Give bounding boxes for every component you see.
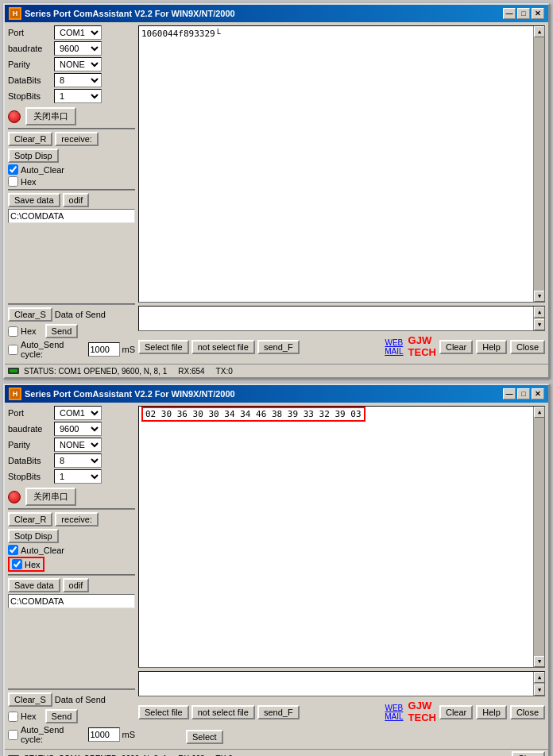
mail-link-1[interactable]: MAIL xyxy=(385,347,403,356)
minimize-btn-2[interactable]: — xyxy=(503,388,516,399)
auto-clear-checkbox-2[interactable] xyxy=(8,545,18,555)
save-data-btn-2[interactable]: Save data xyxy=(8,578,60,592)
receive-scrollbar-2[interactable]: ▲ ▼ xyxy=(533,407,544,667)
web-link-1[interactable]: WEB xyxy=(385,338,404,347)
stopbits-select-1[interactable]: 1 xyxy=(54,89,102,103)
databits-select-1[interactable]: 8 xyxy=(54,73,102,87)
clear-s-btn-1[interactable]: Clear_S xyxy=(8,307,52,322)
clear-r-btn-1[interactable]: Clear_R xyxy=(8,132,52,146)
send-hex-checkbox-2[interactable] xyxy=(8,712,18,722)
help-btn-1[interactable]: Help xyxy=(476,340,507,354)
cycle-input-2[interactable] xyxy=(88,727,120,742)
scroll-down-2[interactable]: ▼ xyxy=(534,656,545,667)
send-f-btn-1[interactable]: send_F xyxy=(257,340,300,354)
send-scrollbar-2[interactable]: ▲ ▼ xyxy=(533,672,544,696)
not-select-file-btn-2[interactable]: not select file xyxy=(191,705,255,719)
send-area-1[interactable]: ▲ ▼ xyxy=(138,306,545,331)
parity-select-1[interactable]: NONE xyxy=(54,57,102,71)
clear-status-2: Clear xyxy=(512,751,545,756)
port-select-2[interactable]: COM1 xyxy=(54,406,102,420)
close-btn-1[interactable]: Close xyxy=(510,340,545,354)
send-hex-checkbox-1[interactable] xyxy=(8,326,18,337)
send-f-btn-2[interactable]: send_F xyxy=(257,705,300,719)
minimize-btn-1[interactable]: — xyxy=(503,8,516,19)
help-btn-2[interactable]: Help xyxy=(476,705,507,719)
right-panel-1: 1060044f893329└ ▲ ▼ ▲ ▼ Select file not … xyxy=(138,25,545,361)
maximize-btn-2[interactable]: □ xyxy=(517,388,530,399)
stop-disp-btn-2[interactable]: Sotp Disp xyxy=(8,529,59,543)
mail-link-2[interactable]: MAIL xyxy=(385,712,403,721)
svg-text:H: H xyxy=(13,10,18,17)
not-select-file-btn-1[interactable]: not select file xyxy=(191,340,255,354)
auto-send-checkbox-2[interactable] xyxy=(8,730,18,740)
databits-row-2: DataBits 8 xyxy=(8,453,135,468)
title-bar-2: H Series Port ComAssistant V2.2 For WIN9… xyxy=(5,385,548,403)
port-status-indicator-1 xyxy=(8,110,21,123)
status-icon-1 xyxy=(8,366,21,376)
auto-send-checkbox-1[interactable] xyxy=(8,345,18,355)
hex-checkbox-1[interactable] xyxy=(8,176,18,187)
stopbits-select-2[interactable]: 1 xyxy=(54,469,102,484)
save-data-btn-1[interactable]: Save data xyxy=(8,193,60,207)
close-port-btn-2[interactable]: 关闭串口 xyxy=(25,488,76,506)
receive-btn-1[interactable]: receive: xyxy=(55,132,99,146)
window1: H Series Port ComAssistant V2.2 For WIN9… xyxy=(3,3,550,379)
close-btn-title-1[interactable]: ✕ xyxy=(532,8,544,19)
odif-btn-1[interactable]: odif xyxy=(63,193,90,207)
select-btn-2[interactable]: Select xyxy=(186,730,223,744)
title-bar-left: H Series Port ComAssistant V2.2 For WIN9… xyxy=(9,7,235,20)
window1-title: Series Port ComAssistant V2.2 For WIN9X/… xyxy=(25,9,235,18)
select-file-btn-2[interactable]: Select file xyxy=(138,705,189,719)
web-link-2[interactable]: WEB xyxy=(385,704,404,712)
send-scroll-down-1[interactable]: ▼ xyxy=(534,319,545,330)
scroll-up-2[interactable]: ▲ xyxy=(534,407,545,418)
stop-disp-btn-1[interactable]: Sotp Disp xyxy=(8,148,59,163)
send-btn-1[interactable]: Send xyxy=(45,324,79,338)
odif-btn-2[interactable]: odif xyxy=(63,578,90,592)
clear-btn-1[interactable]: Clear xyxy=(439,340,473,354)
hex-label-1: Hex xyxy=(21,177,37,187)
databits-select-2[interactable]: 8 xyxy=(54,453,102,468)
send-scroll-up-2[interactable]: ▲ xyxy=(534,672,545,683)
close-btn-2[interactable]: Close xyxy=(510,705,545,719)
bottom-bar-1: Select file not select file send_F WEB M… xyxy=(138,333,545,361)
port-row-1: Port COM1 xyxy=(8,25,135,40)
parity-label-2: Parity xyxy=(8,440,52,449)
select-file-btn-1[interactable]: Select file xyxy=(138,340,189,354)
path-display-1: C:\COMDATA xyxy=(8,209,135,223)
title-bar-1: H Series Port ComAssistant V2.2 For WIN9… xyxy=(5,5,548,22)
left-panel-1: Port COM1 baudrate 9600 Parity NONE xyxy=(8,25,135,361)
left-panel-2: Port COM1 baudrate 9600 Parity NONE Data… xyxy=(8,406,135,746)
send-scroll-up-1[interactable]: ▲ xyxy=(534,307,545,318)
send-btn-2[interactable]: Send xyxy=(45,709,79,723)
hex-checkbox-2[interactable] xyxy=(12,559,22,569)
title-bar-left-2: H Series Port ComAssistant V2.2 For WIN9… xyxy=(9,388,235,400)
port-select-1[interactable]: COM1 xyxy=(54,25,102,40)
status-bar-1: STATUS: COM1 OPENED, 9600, N, 8, 1 RX:65… xyxy=(5,364,548,377)
close-port-btn-1[interactable]: 关闭串口 xyxy=(25,107,76,125)
hex-row-2: Hex xyxy=(8,557,135,572)
cycle-input-1[interactable] xyxy=(88,342,120,357)
window1-body: Port COM1 baudrate 9600 Parity NONE xyxy=(5,22,548,364)
clear-r-btn-2[interactable]: Clear_R xyxy=(8,512,52,526)
send-scroll-down-2[interactable]: ▼ xyxy=(534,685,545,696)
clear-btn-2[interactable]: Clear xyxy=(439,705,473,719)
scroll-down-1[interactable]: ▼ xyxy=(534,291,545,302)
baudrate-select-2[interactable]: 9600 xyxy=(54,422,102,436)
parity-select-2[interactable]: NONE xyxy=(54,438,102,452)
title-buttons-2: — □ ✕ xyxy=(503,388,544,399)
maximize-btn-1[interactable]: □ xyxy=(517,8,530,19)
close-btn-title-2[interactable]: ✕ xyxy=(532,388,544,399)
receive-content-1: 1060044f893329└ xyxy=(141,29,220,39)
clear-status-btn-2[interactable]: Clear xyxy=(512,751,545,756)
receive-btn-2[interactable]: receive: xyxy=(55,512,99,526)
send-area-2[interactable]: ▲ ▼ xyxy=(138,671,545,696)
receive-scrollbar-1[interactable]: ▲ ▼ xyxy=(533,26,544,302)
clear-s-btn-2[interactable]: Clear_S xyxy=(8,692,52,707)
scroll-up-1[interactable]: ▲ xyxy=(534,26,545,37)
hex-row-1: Hex xyxy=(8,176,135,187)
send-scrollbar-1[interactable]: ▲ ▼ xyxy=(533,307,544,330)
select-btn-area-2: Select xyxy=(138,727,545,746)
auto-clear-checkbox-1[interactable] xyxy=(8,164,18,175)
baudrate-select-1[interactable]: 9600 xyxy=(54,41,102,56)
